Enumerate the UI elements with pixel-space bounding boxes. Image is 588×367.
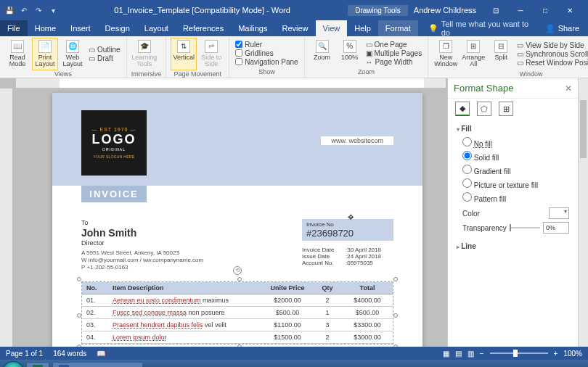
solid-fill-radio[interactable]: Solid fill: [457, 149, 569, 163]
redo-icon[interactable]: ↷: [33, 5, 44, 15]
invoice-label[interactable]: INVOICE: [81, 186, 147, 202]
ribbon-options-icon[interactable]: ⊡: [483, 0, 508, 20]
zoom-button[interactable]: 🔍Zoom: [309, 38, 335, 68]
transparency-slider[interactable]: [510, 227, 540, 228]
word-count[interactable]: 164 words: [53, 350, 86, 358]
start-button[interactable]: [3, 361, 23, 367]
client-block[interactable]: To John Smith Director A 5951 West Stree…: [81, 219, 203, 271]
invoice-meta-block[interactable]: ✥ Invoice No #23698720 Invoice Date:30 A…: [302, 219, 393, 271]
layout-tab-icon[interactable]: ⊞: [499, 102, 513, 116]
nav-pane-checkbox[interactable]: Navigation Pane: [235, 58, 298, 66]
side-to-side-button: ⇄Side to Side: [198, 38, 224, 70]
transparency-value[interactable]: 0%: [543, 222, 569, 234]
zoom-slider[interactable]: [490, 352, 548, 354]
page-width-button[interactable]: ↔ Page Width: [366, 58, 422, 66]
user-name[interactable]: Andrew Childress: [414, 6, 476, 15]
taskbar-excel[interactable]: [26, 362, 49, 367]
effects-tab-icon[interactable]: ⬠: [477, 102, 491, 116]
line-header[interactable]: Line: [457, 242, 569, 250]
tab-file[interactable]: File: [0, 20, 28, 36]
undo-icon[interactable]: ↶: [19, 5, 29, 15]
hundred-button[interactable]: %100%: [337, 38, 363, 68]
page-count[interactable]: Page 1 of 1: [6, 350, 43, 358]
ribbon: 📖Read Mode 📄Print Layout 🌐Web Layout ▭ O…: [0, 36, 588, 78]
tab-home[interactable]: Home: [28, 20, 63, 36]
tab-view[interactable]: View: [316, 20, 348, 36]
tab-mailings[interactable]: Mailings: [231, 20, 274, 36]
status-bar: Page 1 of 1 164 words 📖 ▦ ▤ ▥ − + 100%: [0, 347, 588, 360]
group-immersive: 🎓Learning Tools Immersive: [127, 36, 167, 78]
no-fill-radio[interactable]: No fill: [457, 136, 569, 149]
tab-layout[interactable]: Layout: [137, 20, 176, 36]
table-header-row: No. Item Description Unite Price Qty Tot…: [82, 282, 393, 294]
drawing-tools-label: Drawing Tools: [348, 5, 408, 16]
new-window-button[interactable]: ❐New Window: [433, 38, 459, 70]
web-layout-button[interactable]: 🌐Web Layout: [60, 38, 86, 70]
client-role: Director: [81, 239, 203, 247]
table-row: 01.Aenean eu justo condimentum maximus$2…: [82, 294, 393, 307]
spell-check-icon[interactable]: 📖: [97, 350, 105, 358]
horizontal-ruler[interactable]: [16, 78, 446, 88]
tab-format[interactable]: Format: [378, 20, 418, 36]
gridlines-checkbox[interactable]: Gridlines: [235, 49, 298, 57]
close-icon[interactable]: ✕: [558, 0, 582, 20]
vertical-button[interactable]: ⇅Vertical: [171, 38, 197, 70]
split-icon: ⊟: [494, 40, 507, 53]
arrange-all-button[interactable]: ⊞Arrange All: [460, 38, 486, 70]
view-read-icon[interactable]: ▦: [443, 350, 449, 358]
zoom-icon: 🔍: [316, 40, 329, 53]
rotate-handle-icon[interactable]: ⟲: [233, 266, 242, 275]
read-mode-button[interactable]: 📖Read Mode: [4, 38, 30, 70]
tab-review[interactable]: Review: [275, 20, 316, 36]
draft-button[interactable]: ▭ Draft: [89, 54, 121, 62]
qat-dropdown-icon[interactable]: ▾: [48, 5, 58, 15]
to-label: To: [81, 219, 203, 226]
tab-insert[interactable]: Insert: [63, 20, 98, 36]
maximize-icon[interactable]: □: [533, 0, 558, 20]
tab-references[interactable]: References: [176, 20, 231, 36]
vertical-scrollbar[interactable]: [578, 78, 588, 347]
tell-me[interactable]: 💡 Tell me what you want to do: [428, 20, 536, 36]
logo-est: — EST 1970 —: [92, 127, 136, 132]
one-page-button[interactable]: ▭ One Page: [366, 41, 422, 49]
fill-tab-icon[interactable]: ◆: [455, 102, 470, 116]
gradient-fill-radio[interactable]: Gradient fill: [457, 163, 569, 177]
share-button[interactable]: 👤 Share: [536, 20, 588, 36]
items-table[interactable]: No. Item Description Unite Price Qty Tot…: [82, 282, 393, 344]
pattern-fill-radio[interactable]: Pattern fill: [457, 191, 569, 205]
zoom-out-icon[interactable]: −: [480, 350, 484, 358]
print-layout-button[interactable]: 📄Print Layout: [32, 38, 58, 70]
vertical-ruler[interactable]: [0, 88, 13, 347]
minimize-icon[interactable]: ─: [508, 0, 533, 20]
format-shape-pane: Format Shape ✕ ◆ ⬠ ⊞ Fill No fill Solid …: [447, 78, 578, 347]
zoom-in-icon[interactable]: +: [554, 350, 558, 358]
document-canvas[interactable]: — EST 1970 — LOGO ORIGINAL YOUR SLOGAN H…: [16, 88, 446, 347]
view-web-icon[interactable]: ▥: [467, 350, 474, 358]
page[interactable]: — EST 1970 — LOGO ORIGINAL YOUR SLOGAN H…: [52, 93, 422, 347]
multi-pages-button[interactable]: ▣ Multiple Pages: [366, 49, 422, 57]
picture-fill-radio[interactable]: Picture or texture fill: [457, 177, 569, 191]
document-title: 01_Invoice_Template [Compatibility Mode]…: [62, 6, 342, 15]
color-picker[interactable]: [549, 207, 569, 219]
items-table-shape[interactable]: ⟲ No. Item Description Unite Price Qty T…: [81, 281, 393, 345]
pane-close-icon[interactable]: ✕: [565, 83, 572, 94]
tab-help[interactable]: Help: [347, 20, 378, 36]
ruler-checkbox[interactable]: Ruler: [235, 41, 298, 49]
view-print-icon[interactable]: ▤: [455, 350, 462, 358]
outline-button[interactable]: ▭ Outline: [89, 46, 121, 54]
taskbar-word[interactable]: 01_Invoice_Templ...: [52, 362, 143, 367]
split-button[interactable]: ⊟Split: [488, 38, 514, 70]
tab-design[interactable]: Design: [98, 20, 137, 36]
invoice-number-box[interactable]: ✥ Invoice No #23698720: [302, 219, 393, 241]
logo-box[interactable]: — EST 1970 — LOGO ORIGINAL YOUR SLOGAN H…: [81, 110, 147, 176]
table-row: 03.Praesent hendrert dapibus felis vel v…: [82, 319, 393, 331]
website-label[interactable]: www. websitecom: [321, 136, 393, 145]
zoom-level[interactable]: 100%: [563, 350, 582, 358]
sync-scroll-button: ▭ Synchronous Scrolling: [517, 50, 588, 58]
transparency-label: Transparency: [462, 224, 507, 232]
client-address: A 5951 West Street, Ankeny, IA 50023: [81, 250, 203, 257]
fill-header[interactable]: Fill: [457, 125, 569, 133]
invoice-dates: Invoice Date:30 April 2018 Issue Date:24…: [302, 247, 393, 266]
save-icon[interactable]: 💾: [4, 5, 15, 15]
client-name: John Smith: [81, 227, 203, 239]
